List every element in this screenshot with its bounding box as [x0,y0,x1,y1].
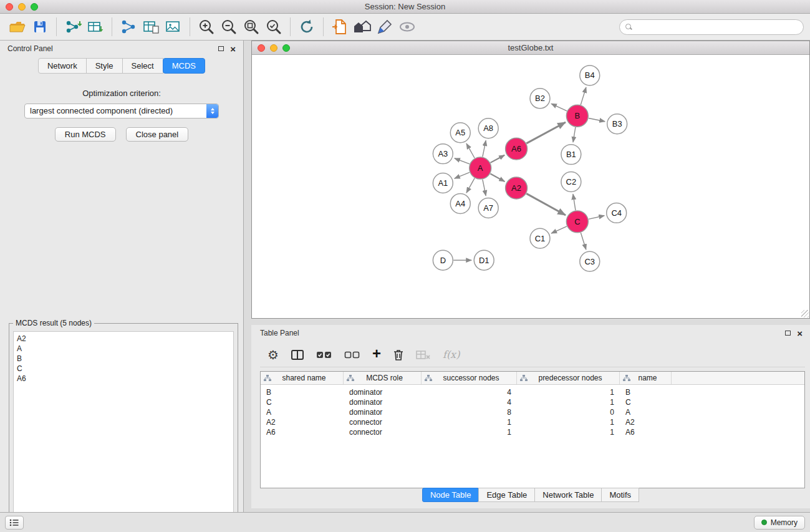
table-settings-button[interactable]: ⚙ [268,349,279,361]
tab-motifs[interactable]: Motifs [601,488,639,502]
graph-node-A2[interactable]: A2 [506,177,528,199]
graph-node-A8[interactable]: A8 [478,118,498,138]
minimize-window-button[interactable] [18,3,26,11]
graph-node-A6[interactable]: A6 [506,138,528,160]
show-hide-button[interactable] [396,16,418,37]
table-row[interactable]: A6connector11A6 [261,427,804,437]
memory-button[interactable]: Memory [754,516,805,530]
tab-network[interactable]: Network [38,58,87,74]
graph-edge-A6-B[interactable] [526,122,566,143]
float-panel-icon[interactable] [218,46,224,51]
search-input[interactable] [636,22,798,31]
graph-node-A7[interactable]: A7 [478,198,498,218]
mcds-result-item[interactable]: A6 [17,374,230,384]
float-table-panel-icon[interactable] [785,331,791,336]
network-close-button[interactable] [258,44,265,52]
run-mcds-button[interactable]: Run MCDS [55,127,116,142]
graph-edge-A-A3[interactable] [455,158,470,164]
delete-column-button[interactable] [393,349,404,361]
graph-edge-A-A6[interactable] [490,155,504,163]
zoom-fit-button[interactable] [240,16,263,37]
graph-edge-C-C2[interactable] [573,194,576,210]
show-columns-button[interactable] [291,349,304,361]
select-all-button[interactable] [316,351,332,359]
tab-style[interactable]: Style [86,58,123,74]
graph-node-B4[interactable]: B4 [580,65,600,85]
mcds-result-item[interactable]: B [17,354,230,364]
zoom-out-button[interactable] [218,16,240,37]
graph-node-A5[interactable]: A5 [450,123,470,143]
table-row[interactable]: A2connector11A2 [261,417,804,427]
zoom-window-button[interactable] [31,3,38,11]
mcds-result-item[interactable]: A2 [17,334,230,344]
graph-edge-C-C1[interactable] [551,226,567,233]
tab-node-table[interactable]: Node Table [422,488,480,502]
add-column-button[interactable]: + [372,348,381,361]
graph-node-C2[interactable]: C2 [561,172,581,192]
tab-select[interactable]: Select [122,58,163,74]
network-zoom-button[interactable] [282,44,290,52]
graph-node-A4[interactable]: A4 [450,193,470,213]
close-window-button[interactable] [6,3,13,11]
graph-edge-B-B4[interactable] [581,87,586,105]
graph-node-C4[interactable]: C4 [607,203,627,223]
import-network-button[interactable] [62,16,84,37]
tab-edge-table[interactable]: Edge Table [478,488,535,502]
table-row[interactable]: Bdominator41B [261,387,804,397]
network-minimize-button[interactable] [270,44,277,52]
graph-node-A1[interactable]: A1 [433,173,453,193]
network-canvas[interactable]: B4B2BB3A5A8A6A3AB1A1A2C2A4A7C4C1CC3DD1 [252,55,809,318]
graph-node-B2[interactable]: B2 [530,89,550,109]
open-session-button[interactable] [6,16,29,37]
tab-network-table[interactable]: Network Table [534,488,602,502]
mcds-result-item[interactable]: A [17,344,230,354]
graph-node-B1[interactable]: B1 [561,145,581,165]
graph-node-D[interactable]: D [433,250,453,270]
zoom-in-button[interactable] [195,16,218,37]
table-row[interactable]: Cdominator41C [261,397,804,407]
cybrowser-home-button[interactable] [351,16,374,37]
table-row[interactable]: Adominator80A [261,407,804,417]
graph-edge-A-A4[interactable] [466,178,475,193]
open-document-button[interactable] [329,16,351,37]
graph-node-B[interactable]: B [566,105,588,127]
new-table-button[interactable] [140,16,162,37]
graph-edge-A-A1[interactable] [455,172,470,178]
graph-edge-A-A7[interactable] [483,180,486,196]
graph-node-B3[interactable]: B3 [607,114,627,134]
graph-edge-A-A5[interactable] [466,143,475,158]
zoom-selected-button[interactable] [263,16,285,37]
task-history-button[interactable] [5,516,24,530]
function-builder-button[interactable]: f(x) [443,349,460,360]
graph-edge-C-C3[interactable] [581,233,586,249]
graph-node-C1[interactable]: C1 [530,228,550,248]
search-field[interactable] [619,19,804,35]
annotation-pen-button[interactable] [374,16,396,37]
mcds-result-list[interactable]: A2ABCA6 [13,331,234,532]
export-image-button[interactable] [162,16,185,37]
node-table[interactable]: shared nameMCDS rolesuccessor nodesprede… [260,371,805,488]
new-network-button[interactable] [117,16,140,37]
graph-edge-B-B2[interactable] [551,104,567,111]
mcds-result-item[interactable]: C [17,364,230,374]
close-panel-button[interactable]: Close panel [126,127,189,142]
column-header-successor-nodes[interactable]: successor nodes [422,372,517,384]
close-table-panel-icon[interactable]: × [797,329,803,338]
column-header-predecessor-nodes[interactable]: predecessor nodes [517,372,620,384]
graph-node-A[interactable]: A [470,157,491,179]
column-header-shared-name[interactable]: shared name [261,372,344,384]
graph-edge-A-A8[interactable] [483,140,486,157]
delete-table-button-disabled[interactable] [416,349,431,360]
column-header-name[interactable]: name [620,372,672,384]
deselect-all-button[interactable] [344,351,360,359]
tab-mcds[interactable]: MCDS [163,58,205,74]
graph-edge-B-B1[interactable] [573,127,576,142]
graph-edge-A-A2[interactable] [490,173,504,181]
criterion-dropdown[interactable]: largest connected component (directed) [24,104,219,118]
graph-node-A3[interactable]: A3 [433,144,453,164]
network-graph[interactable]: B4B2BB3A5A8A6A3AB1A1A2C2A4A7C4C1CC3DD1 [252,55,809,318]
resize-handle[interactable] [801,310,809,317]
graph-node-C[interactable]: C [566,211,588,233]
graph-edge-A2-C[interactable] [526,193,566,215]
import-table-button[interactable] [84,16,107,37]
